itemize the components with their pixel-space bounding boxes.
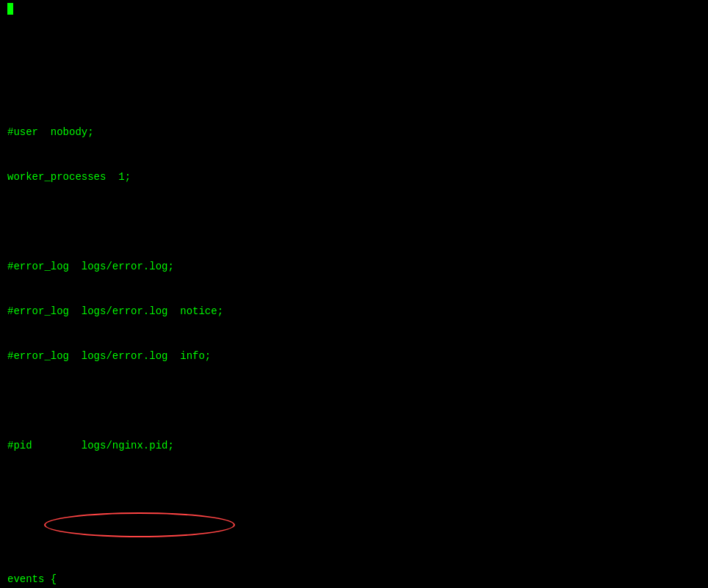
line-10 bbox=[7, 483, 701, 498]
line-3: worker_processes 1; bbox=[7, 170, 701, 184]
line-7: #error_log logs/error.log info; bbox=[7, 349, 701, 363]
line-2: #user nobody; bbox=[7, 125, 701, 139]
line-6: #error_log logs/error.log notice; bbox=[7, 304, 701, 319]
line-9: #pid logs/nginx.pid; bbox=[7, 438, 701, 453]
line-5: #error_log logs/error.log; bbox=[7, 259, 701, 274]
code-editor[interactable]: #user nobody; worker_processes 1; #error… bbox=[0, 0, 708, 588]
line-4 bbox=[7, 214, 701, 229]
line-8 bbox=[7, 393, 701, 408]
line-11 bbox=[7, 527, 701, 542]
cursor bbox=[7, 3, 13, 15]
code-content: #user nobody; worker_processes 1; #error… bbox=[7, 51, 701, 588]
line-12: events { bbox=[7, 572, 701, 587]
line-1 bbox=[7, 80, 701, 95]
